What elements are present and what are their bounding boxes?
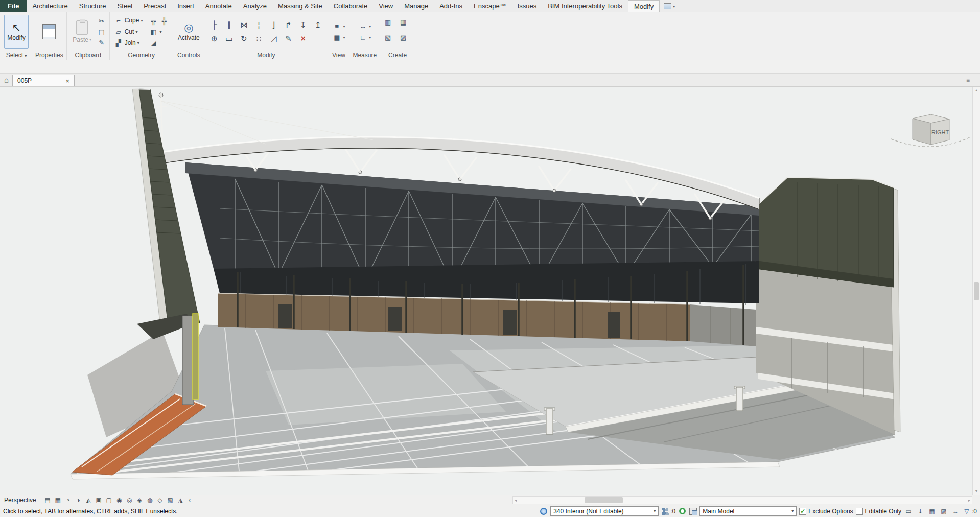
scroll-right-icon[interactable]: ▸: [967, 498, 972, 503]
sun-path-icon[interactable]: ◔: [63, 496, 73, 504]
vertical-scrollbar-thumb[interactable]: [974, 282, 979, 300]
reveal-hidden-icon[interactable]: ◎: [125, 496, 134, 504]
match-type-properties-icon[interactable]: ✎: [97, 38, 106, 47]
activate-controls-button[interactable]: ◎ Activate: [176, 15, 201, 49]
paint-icon[interactable]: ◧: [149, 27, 158, 36]
tab-add-ins[interactable]: Add-Ins: [434, 0, 468, 12]
view-scale-perspective[interactable]: Perspective: [2, 497, 38, 504]
tab-analyze[interactable]: Analyze: [238, 0, 272, 12]
tab-issues[interactable]: Issues: [512, 0, 543, 12]
copy-icon[interactable]: ▭: [222, 32, 236, 45]
displaced-elements-icon[interactable]: ▧: [166, 496, 175, 504]
tab-manage[interactable]: Manage: [399, 0, 434, 12]
scale-icon[interactable]: ◿: [267, 32, 280, 45]
exclude-options-checkbox[interactable]: ✓ Exclude Options: [799, 508, 853, 515]
offset-icon[interactable]: ∥: [222, 18, 236, 31]
cope-button[interactable]: ⌐ Cope ▾: [113, 15, 144, 26]
tab-view[interactable]: View: [373, 0, 399, 12]
create-group-icon[interactable]: ▧: [383, 33, 392, 42]
beam-joins-icon[interactable]: ╬: [159, 16, 169, 25]
render-icon[interactable]: ◭: [84, 496, 94, 504]
join-geometry-button[interactable]: ▞ Join ▾: [113, 38, 144, 48]
tab-bim-interoperability-tools[interactable]: BIM Interoperability Tools: [542, 0, 628, 12]
measure-icon[interactable]: ↔: [358, 21, 367, 31]
reveal-constraints-icon[interactable]: ◮: [176, 496, 185, 504]
scroll-down-icon[interactable]: ▾: [975, 489, 977, 494]
pin-icon[interactable]: ↧: [296, 18, 310, 31]
aligned-dimension-icon[interactable]: ∟: [358, 33, 367, 42]
viewcube-right-label[interactable]: RIGHT: [931, 129, 949, 135]
close-icon[interactable]: ×: [65, 77, 69, 85]
visual-style-icon[interactable]: ▦: [53, 496, 63, 504]
panel-label-select[interactable]: Select ▾: [1, 51, 32, 60]
worksharing-display-icon[interactable]: ◍: [145, 496, 155, 504]
scroll-up-icon[interactable]: ▴: [975, 88, 977, 92]
analytical-model-icon[interactable]: ◇: [155, 496, 165, 504]
scroll-left-icon[interactable]: ◂: [513, 498, 518, 503]
tab-precast[interactable]: Precast: [138, 0, 172, 12]
cut-to-clipboard-icon[interactable]: ✂: [97, 16, 106, 26]
select-pinned-toggle[interactable]: ↧: [916, 507, 925, 516]
worksets-icon[interactable]: [540, 508, 547, 515]
tab-collaborate[interactable]: Collaborate: [328, 0, 374, 12]
trim-extend-icon[interactable]: ↱: [282, 18, 295, 31]
split-element-icon[interactable]: ¦: [252, 18, 265, 31]
drag-on-selection-toggle[interactable]: ↔: [951, 507, 960, 516]
align-icon[interactable]: ╞: [207, 18, 221, 31]
home-icon[interactable]: ⌂: [4, 76, 9, 84]
editing-requests-icon[interactable]: [661, 507, 669, 515]
tab-massing-site[interactable]: Massing & Site: [272, 0, 328, 12]
filter-icon[interactable]: ▽: [963, 507, 971, 515]
crop-visibility-icon[interactable]: ▢: [104, 496, 114, 504]
trim-corner-icon[interactable]: ⌋: [267, 18, 280, 31]
paste-button[interactable]: Paste▾: [70, 15, 95, 49]
horizontal-scrollbar-thumb[interactable]: [585, 497, 623, 503]
cut-geometry-button[interactable]: ▱ Cut ▾: [113, 27, 144, 37]
tab-list-icon[interactable]: ≡: [966, 77, 970, 84]
wall-joins-icon[interactable]: ╦: [149, 16, 158, 25]
tab-enscape[interactable]: Enscape™: [468, 0, 512, 12]
chevron-left-icon[interactable]: ‹: [189, 496, 191, 504]
hidden-windows-icon[interactable]: ▦: [332, 33, 341, 42]
modify-tool-button[interactable]: ↖ Modify: [4, 15, 29, 49]
editable-only-checkbox[interactable]: Editable Only: [856, 508, 901, 515]
temporary-hide-isolate-icon[interactable]: ◉: [114, 496, 124, 504]
horizontal-scrollbar[interactable]: ◂ ▸: [512, 496, 972, 504]
tab-annotate[interactable]: Annotate: [200, 0, 238, 12]
tab-structure[interactable]: Structure: [74, 0, 112, 12]
detail-level-icon[interactable]: ▤: [43, 496, 53, 504]
unpin-icon[interactable]: ↥: [311, 18, 324, 31]
select-links-toggle[interactable]: ▭: [904, 507, 913, 516]
tab-steel[interactable]: Steel: [112, 0, 138, 12]
active-workset-select[interactable]: 340 Interior (Not Editable) ▾: [550, 506, 659, 516]
temporary-view-properties-icon[interactable]: ◈: [135, 496, 145, 504]
vertical-scrollbar[interactable]: ▴ ▾: [972, 87, 980, 495]
move-icon[interactable]: ⊕: [207, 32, 221, 45]
select-by-face-toggle[interactable]: ▨: [939, 507, 948, 516]
view-tab-005P[interactable]: 005P ×: [12, 75, 75, 86]
shadows-icon[interactable]: ◑: [74, 496, 83, 504]
tab-architecture[interactable]: Architecture: [27, 0, 73, 12]
design-option-select[interactable]: Main Model ▾: [699, 506, 797, 516]
array-icon[interactable]: ∷: [252, 32, 265, 45]
delete-icon[interactable]: ×: [296, 32, 310, 45]
crop-view-icon[interactable]: ▣: [94, 496, 104, 504]
design-options-icon[interactable]: [689, 508, 697, 515]
select-underlay-toggle[interactable]: ▦: [927, 507, 937, 516]
thin-lines-icon[interactable]: ≡: [332, 21, 341, 31]
create-similar-icon[interactable]: ▨: [399, 33, 408, 42]
ribbon-display-toggle[interactable]: ▾: [660, 0, 679, 12]
create-parts-icon[interactable]: ▥: [383, 17, 392, 27]
match-properties-icon[interactable]: ✎: [282, 32, 295, 45]
rotate-icon[interactable]: ↻: [237, 32, 250, 45]
tab-file[interactable]: File: [0, 0, 27, 12]
demolish-icon[interactable]: ◢: [149, 38, 158, 48]
tab-insert[interactable]: Insert: [172, 0, 200, 12]
create-assembly-icon[interactable]: ▦: [399, 17, 408, 27]
enscape-status-icon[interactable]: [679, 508, 686, 514]
copy-to-clipboard-icon[interactable]: ▤: [97, 27, 106, 36]
mirror-icon[interactable]: ⋈: [237, 18, 250, 31]
tab-modify[interactable]: Modify: [628, 0, 660, 12]
viewport-3d[interactable]: RIGHT ▴ ▾: [0, 87, 980, 495]
properties-button[interactable]: [37, 15, 61, 49]
